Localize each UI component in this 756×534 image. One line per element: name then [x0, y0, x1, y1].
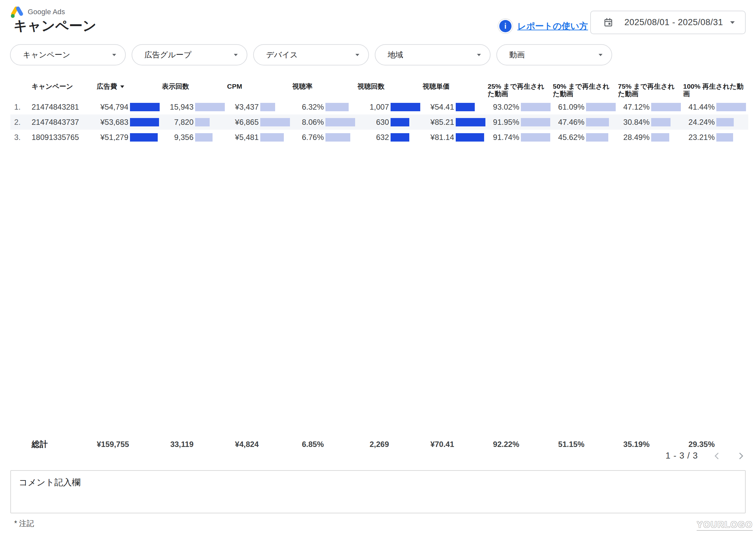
view-rate-cell: 6.76% [292, 133, 357, 142]
p100-cell: 41.44% [683, 102, 748, 112]
column-header-campaign[interactable]: キャンペーン [23, 83, 97, 90]
chevron-left-icon[interactable] [712, 451, 722, 461]
metric-bar [325, 133, 350, 142]
metric-bar [716, 118, 734, 126]
metric-value: ¥51,279 [97, 133, 128, 142]
page-info: 1 - 3 / 3 [665, 451, 698, 461]
footnote: * 注記 [14, 519, 34, 528]
campaign-id: 18091335765 [23, 133, 97, 142]
total-cpv: ¥70.41 [422, 440, 488, 449]
row-index: 1. [10, 102, 23, 112]
metric-value: 24.24% [683, 118, 715, 127]
comment-input[interactable]: コメント記入欄 [10, 470, 746, 513]
metric-value: ¥6,865 [227, 118, 259, 127]
total-value: 33,119 [162, 440, 194, 449]
column-header-impressions[interactable]: 表示回数 [162, 83, 227, 90]
column-header-view-rate[interactable]: 視聴率 [292, 83, 357, 90]
metric-value: 6.32% [292, 102, 324, 112]
metric-value: ¥54.41 [422, 102, 454, 112]
metric-bar [195, 133, 213, 142]
metric-value: ¥53,683 [97, 118, 128, 127]
metric-value: 15,943 [162, 102, 194, 112]
metric-value: 630 [357, 118, 389, 127]
metric-value: ¥85.21 [422, 118, 454, 127]
table-row: 3. 18091335765 ¥51,279 9,356 ¥5,481 6.76… [10, 130, 748, 145]
p100-cell: 23.21% [683, 133, 748, 142]
metric-bar [456, 103, 475, 111]
column-header-p100[interactable]: 100% 再生された動画 [683, 83, 748, 97]
watermark-logo: YOURLOGO [697, 520, 753, 531]
metric-bar [195, 118, 210, 126]
metric-bar [456, 133, 484, 142]
views-cell: 630 [357, 118, 422, 127]
metric-bar [456, 118, 485, 126]
metric-bar [391, 133, 409, 142]
metric-bar [651, 133, 669, 142]
cpm-cell: ¥5,481 [227, 133, 292, 142]
total-value: 35.19% [618, 440, 650, 449]
metric-bar [651, 118, 670, 126]
total-value: 2,269 [357, 440, 389, 449]
total-value: 92.22% [488, 440, 519, 449]
p25-cell: 91.74% [488, 133, 553, 142]
cpm-cell: ¥6,865 [227, 118, 292, 127]
metric-value: 45.62% [553, 133, 584, 142]
cpv-cell: ¥85.21 [422, 118, 488, 127]
metric-bar [260, 133, 284, 142]
view-rate-cell: 8.06% [292, 118, 357, 127]
table-row: 1. 21474843281 ¥54,794 15,943 ¥3,437 6.3… [10, 99, 748, 115]
total-value: 29.35% [683, 440, 715, 449]
column-header-p75[interactable]: 75% まで再生された動画 [618, 83, 683, 97]
metric-value: 93.02% [488, 102, 519, 112]
total-p50: 51.15% [553, 440, 618, 449]
p50-cell: 45.62% [553, 133, 618, 142]
column-header-cpv[interactable]: 視聴単価 [422, 83, 488, 90]
metric-value: 30.84% [618, 118, 650, 127]
metric-value: 47.12% [618, 102, 650, 112]
total-cost: ¥159,755 [97, 440, 162, 449]
table-totals-row: 総計 ¥159,755 33,119 ¥4,824 6.85% 2,269 ¥7… [10, 437, 748, 452]
column-header-cost[interactable]: 広告費 [97, 83, 162, 90]
column-header-views[interactable]: 視聴回数 [357, 83, 422, 90]
metric-bar [325, 118, 355, 126]
metric-value: 28.49% [618, 133, 650, 142]
metric-bar [130, 118, 159, 126]
total-impressions: 33,119 [162, 440, 227, 449]
column-header-p25[interactable]: 25% まで再生された動画 [488, 83, 553, 97]
metric-bar [130, 133, 158, 142]
campaign-id: 21474843737 [23, 118, 97, 127]
metric-value: ¥5,481 [227, 133, 259, 142]
p50-cell: 47.46% [553, 118, 618, 127]
column-header-cpm[interactable]: CPM [227, 83, 292, 90]
metric-value: 91.74% [488, 133, 519, 142]
metric-value: 61.09% [553, 102, 584, 112]
metric-value: 632 [357, 133, 389, 142]
total-cpm: ¥4,824 [227, 440, 292, 449]
metric-value: 41.44% [683, 102, 715, 112]
metric-bar [586, 103, 616, 111]
cost-cell: ¥53,683 [97, 118, 162, 127]
metric-value: 9,356 [162, 133, 194, 142]
metric-value: ¥54,794 [97, 102, 128, 112]
views-cell: 632 [357, 133, 422, 142]
metric-value: 1,007 [357, 102, 389, 112]
metric-bar [586, 133, 608, 142]
metric-value: 91.95% [488, 118, 519, 127]
p100-cell: 24.24% [683, 118, 748, 127]
impressions-cell: 9,356 [162, 133, 227, 142]
table-row: 2. 21474843737 ¥53,683 7,820 ¥6,865 8.06… [10, 115, 748, 130]
total-p25: 92.22% [488, 440, 553, 449]
impressions-cell: 7,820 [162, 118, 227, 127]
chevron-right-icon[interactable] [736, 451, 746, 461]
metric-bar [521, 118, 550, 126]
row-index: 2. [10, 118, 23, 127]
comment-text: コメント記入欄 [19, 478, 81, 487]
column-header-p50[interactable]: 50% まで再生された動画 [553, 83, 618, 97]
campaign-table: キャンペーン 広告費 表示回数 CPM 視聴率 視聴回数 視聴単価 25% まで… [10, 0, 748, 534]
metric-bar [586, 118, 609, 126]
metric-bar [260, 103, 275, 111]
table-header-row: キャンペーン 広告費 表示回数 CPM 視聴率 視聴回数 視聴単価 25% まで… [10, 83, 748, 97]
view-rate-cell: 6.32% [292, 102, 357, 112]
p75-cell: 28.49% [618, 133, 683, 142]
total-value: 6.85% [292, 440, 324, 449]
